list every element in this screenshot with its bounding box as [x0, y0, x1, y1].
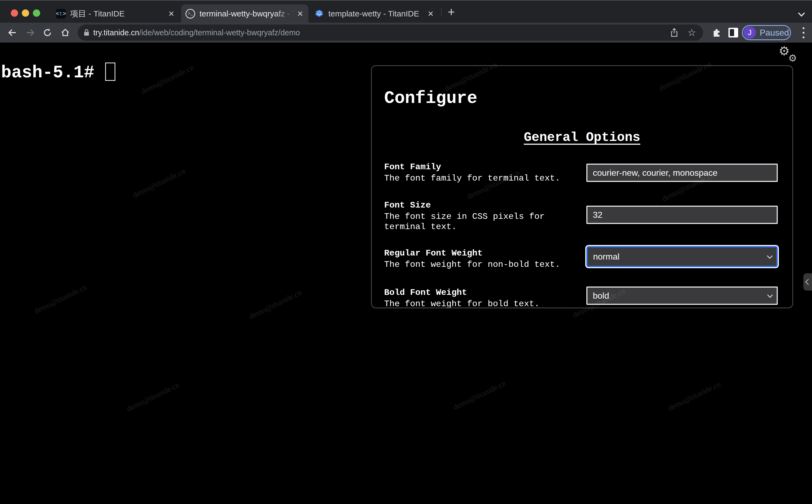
select-chevron-icon	[767, 253, 773, 259]
browser-window: { "browser": { "traffic_lights": { "clos…	[0, 0, 812, 504]
url-text: try.titanide.cn/ide/web/coding/terminal-…	[93, 28, 300, 37]
window-close-button[interactable]	[11, 9, 18, 17]
tab-close-icon[interactable]: ×	[167, 9, 175, 19]
regular-font-weight-select[interactable]: normal	[586, 246, 778, 267]
panel-title: Configure	[384, 89, 477, 108]
terminal-cursor[interactable]	[105, 63, 115, 81]
url-path: /ide/web/coding/terminal-wetty-bwqryafz/…	[139, 28, 300, 37]
settings-gear-icon-small[interactable]: ⚙	[788, 53, 797, 63]
font-size-input[interactable]: 32	[586, 206, 778, 224]
side-panel-icon[interactable]	[726, 23, 741, 43]
font-family-description: The font family for terminal text.	[384, 173, 570, 184]
tab-title: terminal-wetty-bwqryafz - Tita	[199, 9, 294, 18]
select-chevron-icon	[767, 292, 773, 298]
terminal-favicon: >_	[185, 9, 195, 19]
bold-font-weight-value: bold	[593, 291, 609, 301]
tab-terminal-wetty[interactable]: >_ terminal-wetty-bwqryafz - Tita ×	[181, 4, 308, 23]
section-heading-general-options: General Options	[372, 130, 792, 145]
regular-font-weight-value: normal	[593, 252, 620, 262]
address-bar[interactable]: try.titanide.cn/ide/web/coding/terminal-…	[78, 25, 703, 41]
tab-close-icon[interactable]: ×	[427, 9, 435, 19]
share-icon[interactable]	[670, 28, 678, 37]
tab-divider	[441, 8, 442, 16]
configure-panel: Configure General Options Font Family Th…	[371, 65, 793, 308]
tab-strip: <t> 项目 - TitanIDE × >_ terminal-wetty-bw…	[0, 0, 812, 23]
tab-title: template-wetty - TitanIDE	[328, 9, 419, 18]
terminal-prompt: bash-5.1#	[1, 64, 94, 81]
extensions-puzzle-icon[interactable]	[709, 23, 724, 43]
browser-menu-kebab-icon[interactable]	[796, 23, 811, 43]
tab-title: 项目 - TitanIDE	[70, 8, 125, 19]
tab-close-icon[interactable]: ×	[296, 9, 304, 19]
url-domain: try.titanide.cn	[93, 28, 139, 37]
browser-toolbar: try.titanide.cn/ide/web/coding/terminal-…	[0, 23, 812, 43]
bold-font-weight-select[interactable]: bold	[586, 286, 778, 305]
font-size-label: Font Size	[384, 200, 573, 210]
profile-avatar: J	[744, 26, 756, 39]
font-family-value: courier-new, courier, monospace	[593, 168, 717, 178]
reload-button[interactable]	[40, 23, 55, 43]
bookmark-star-icon[interactable]: ☆	[687, 28, 696, 37]
bold-font-weight-description: The font weight for bold text.	[384, 299, 570, 308]
bold-font-weight-label: Bold Font Weight	[384, 288, 573, 298]
title-fade	[276, 9, 294, 18]
tab-search-chevron-icon[interactable]	[799, 10, 804, 16]
paused-label: Paused	[760, 28, 789, 38]
new-tab-button[interactable]: +	[444, 4, 458, 19]
forward-button[interactable]	[23, 23, 38, 43]
font-family-input[interactable]: courier-new, courier, monospace	[586, 164, 778, 182]
home-button[interactable]	[58, 23, 73, 43]
window-minimize-button[interactable]	[22, 9, 29, 17]
titanide-favicon: <t>	[56, 9, 66, 19]
drawer-collapse-handle[interactable]	[803, 273, 812, 291]
regular-font-weight-description: The font weight for non-bold text.	[384, 260, 570, 270]
regular-font-weight-label: Regular Font Weight	[384, 248, 573, 258]
back-button[interactable]	[5, 23, 20, 43]
font-size-description: The font size in CSS pixels for terminal…	[384, 212, 570, 232]
tab-template-wetty[interactable]: </> template-wetty - TitanIDE ×	[310, 4, 439, 23]
profile-paused-badge[interactable]: J Paused	[742, 25, 791, 40]
svg-text:</>: </>	[317, 11, 321, 13]
font-family-label: Font Family	[384, 162, 573, 172]
template-favicon: </>	[314, 9, 324, 19]
lock-icon[interactable]	[83, 29, 90, 37]
tab-project-titanide[interactable]: <t> 项目 - TitanIDE ×	[52, 4, 180, 23]
window-zoom-button[interactable]	[33, 9, 40, 17]
font-size-value: 32	[593, 210, 603, 220]
terminal-page: bash-5.1# ⚙ ⚙ Configure General Options …	[0, 43, 812, 504]
